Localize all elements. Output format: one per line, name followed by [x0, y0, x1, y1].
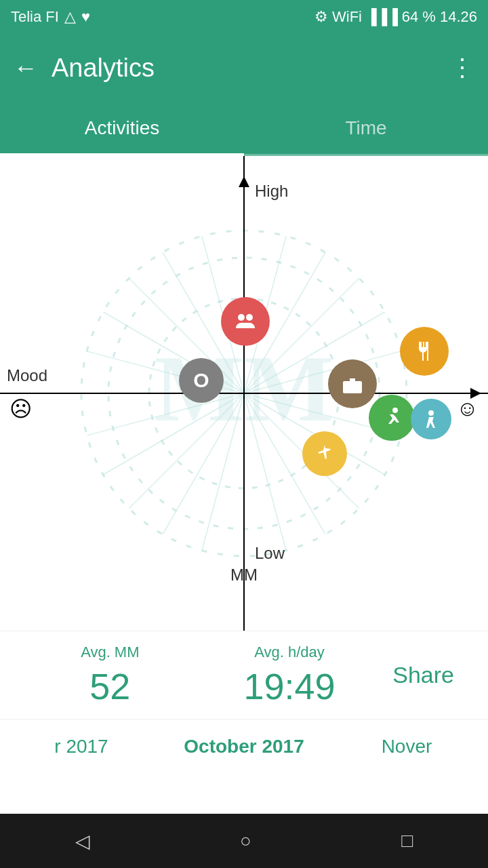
exercise-icon	[380, 406, 403, 429]
avg-hday-label: Avg. h/day	[200, 644, 380, 661]
avg-mm-block: Avg. MM 52	[20, 644, 200, 707]
month-navigation: r 2017 October 2017 Nover	[0, 719, 488, 773]
time-text: 14.26	[440, 8, 477, 26]
x-axis	[0, 393, 488, 394]
home-nav-button[interactable]: ○	[240, 830, 251, 852]
svg-point-32	[392, 408, 398, 413]
bubble-walking[interactable]	[411, 399, 451, 439]
status-bar: Telia FI △ ♥ ⚙ WiFi ▐▐▐ 64 % 14.26	[0, 0, 488, 34]
back-button[interactable]: ←	[14, 54, 38, 82]
bubble-travel[interactable]	[302, 431, 347, 476]
battery-text: 64 %	[402, 8, 436, 26]
svg-point-33	[428, 410, 434, 416]
y-axis-arrow	[239, 176, 249, 187]
travel-icon	[313, 442, 336, 465]
other-label: O	[193, 369, 209, 392]
tab-activities[interactable]: Activities	[0, 102, 244, 154]
signal-bars: ▐▐▐	[366, 8, 398, 26]
svg-point-28	[238, 314, 245, 321]
food-icon	[412, 339, 436, 363]
tab-bar: Activities Time	[0, 102, 488, 156]
svg-point-29	[246, 314, 253, 321]
avg-mm-label: Avg. MM	[20, 644, 200, 661]
month-next[interactable]: Nover	[325, 736, 488, 757]
app-bar: ← Analytics ⋮	[0, 34, 488, 102]
label-mm: MM	[230, 566, 258, 585]
bubble-social[interactable]	[221, 297, 270, 346]
menu-button[interactable]: ⋮	[450, 54, 474, 82]
emoji-sad: ☹	[9, 396, 32, 422]
work-icon	[340, 372, 365, 396]
social-icon	[233, 309, 258, 334]
bubble-food[interactable]	[400, 327, 449, 376]
label-mood: Mood	[7, 366, 47, 385]
avg-mm-value: 52	[20, 665, 200, 707]
recent-nav-button[interactable]: □	[401, 830, 413, 852]
page-title: Analytics	[52, 54, 450, 83]
share-button[interactable]: Share	[379, 655, 468, 695]
stats-area: Avg. MM 52 Avg. h/day 19:49 Share	[0, 631, 488, 719]
bottom-navigation: ◁ ○ □	[0, 814, 488, 868]
heart-icon: ♥	[81, 8, 90, 26]
tab-time-label: Time	[345, 117, 386, 139]
bluetooth-icon: ⚙	[314, 8, 328, 26]
tab-activities-label: Activities	[85, 117, 159, 139]
bubble-exercise[interactable]	[369, 395, 415, 441]
status-right: ⚙ WiFi ▐▐▐ 64 % 14.26	[314, 8, 477, 26]
bubble-other[interactable]: O	[179, 358, 224, 403]
walking-icon	[421, 409, 441, 429]
signal-icon: △	[64, 8, 76, 26]
label-high: High	[255, 182, 288, 201]
tab-time[interactable]: Time	[244, 102, 488, 154]
avg-hday-value: 19:49	[200, 665, 380, 707]
month-prev[interactable]: r 2017	[0, 736, 163, 757]
bubble-work[interactable]	[328, 359, 377, 408]
chart-area: MM High Low MM Mood ☹ ☺	[0, 156, 488, 631]
avg-hday-block: Avg. h/day 19:49	[200, 644, 380, 707]
emoji-happy: ☺	[456, 396, 479, 421]
label-low: Low	[255, 544, 285, 563]
month-current[interactable]: October 2017	[163, 736, 325, 757]
status-left: Telia FI △ ♥	[11, 8, 90, 26]
wifi-icon: WiFi	[332, 8, 362, 26]
back-nav-button[interactable]: ◁	[75, 830, 90, 852]
carrier-text: Telia FI	[11, 8, 59, 26]
